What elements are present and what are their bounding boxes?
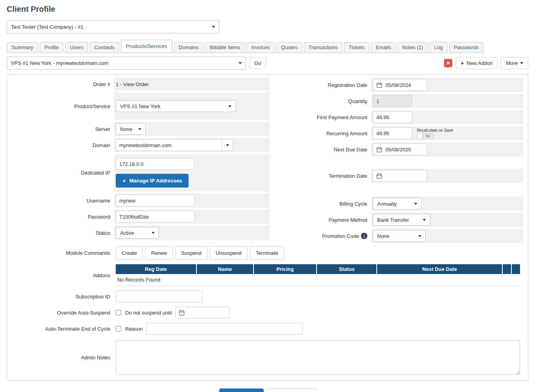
tab-tickets[interactable]: Tickets [344,42,370,53]
client-profile-page: Client Profile Test Tester (Test Company… [0,0,535,392]
next-due-date-label: Next Due Date [270,142,371,156]
go-button[interactable]: Go [249,57,266,69]
client-select[interactable]: Test Tester (Test Company) - #1 [7,20,219,33]
status-field: Active [114,226,270,240]
delete-service-icon[interactable]: ✕ [444,59,452,67]
addons-header-next-due-date[interactable]: Next Due Date [377,264,502,274]
order-value-link[interactable]: 1 - View Order [116,81,149,87]
recurring-amount-label: Recurring Amount [270,126,371,140]
tab-quotes[interactable]: Quotes [276,42,302,53]
addons-table-header: Reg Date Name Pricing Status Next Due Da… [116,264,520,274]
dedicated-ip-input[interactable] [116,158,194,170]
manage-ip-addresses-button[interactable]: + Manage IP Addresses [116,174,189,188]
username-row: Username [12,193,270,208]
first-payment-amount-row: First Payment Amount [270,110,523,124]
status-select[interactable]: Active [116,227,159,239]
suspend-until-date-input[interactable] [175,307,230,318]
tab-billable-items[interactable]: Billable Items [205,42,245,53]
username-input[interactable] [116,195,194,206]
tab-invoices[interactable]: Invoices [246,42,275,53]
module-suspend-button[interactable]: Suspend [176,246,207,260]
module-renew-button[interactable]: Renew [145,246,173,260]
more-button[interactable]: More [501,57,528,69]
registration-date-label: Registration Date [270,78,371,92]
dedicated-ip-row: Dedicated IP + Manage IP Addresses [12,154,270,191]
promotion-code-select[interactable]: None [373,230,426,242]
cancel-changes-button[interactable]: Cancel Changes [267,388,316,392]
tab-products-services[interactable]: Products/Services [121,40,172,53]
first-payment-amount-input[interactable] [373,111,412,123]
save-changes-button[interactable]: Save Changes [219,388,264,392]
addons-header-reg-date[interactable]: Reg Date [116,264,196,274]
recurring-amount-input[interactable] [373,127,412,139]
tab-passwords[interactable]: Passwords [449,42,484,53]
auto-terminate-checkbox[interactable] [116,326,121,331]
recurring-amount-field: Recalculate on Save No [371,126,523,140]
next-due-date-input[interactable]: 05/08/2025 [373,144,427,155]
addons-header-status[interactable]: Status [317,264,376,274]
server-select[interactable]: None [116,123,146,135]
tab-log[interactable]: Log [429,42,448,53]
server-row: Server None [12,122,270,136]
product-service-select[interactable]: VPS #1 New York [116,100,236,112]
form-actions: Save Changes Cancel Changes [7,381,528,392]
termination-date-label: Termination Date [270,169,371,183]
product-service-field: VPS #1 New York [114,92,270,120]
status-label: Status [12,226,114,240]
addons-table: Reg Date Name Pricing Status Next Due Da… [116,264,520,286]
plus-icon: + [122,178,126,184]
new-addon-button[interactable]: + New Addon [455,57,498,69]
addons-header-action-col [503,264,511,274]
module-terminate-button[interactable]: Terminate [250,246,284,260]
tab-contacts[interactable]: Contacts [89,42,119,53]
registration-date-row: Registration Date 05/08/2024 [270,78,523,92]
auto-terminate-reason-label: Reason [125,326,143,332]
calendar-icon [376,173,382,179]
addons-header-name[interactable]: Name [197,264,253,274]
billing-cycle-select[interactable]: Annually [373,198,422,210]
promotion-code-value: None [377,233,389,239]
chevron-down-icon [414,203,417,205]
registration-date-input[interactable]: 05/08/2024 [373,79,427,91]
module-unsuspend-button[interactable]: Unsuspend [210,246,248,260]
tab-emails[interactable]: Emails [371,42,396,53]
domain-dropdown-button[interactable] [222,139,233,151]
termination-date-input[interactable] [373,170,427,182]
promotion-code-field: None [371,229,523,243]
module-create-button[interactable]: Create [116,246,143,260]
payment-method-value: Bank Transfer [377,217,409,223]
chevron-down-icon [520,62,523,64]
auto-terminate-reason-input[interactable] [146,323,303,335]
tab-profile[interactable]: Profile [40,42,64,53]
do-not-suspend-checkbox[interactable] [116,310,121,315]
password-field [114,210,270,224]
info-icon[interactable]: i [361,233,367,239]
tab-summary[interactable]: Summary [7,42,38,53]
tab-domains[interactable]: Domains [174,42,204,53]
order-field: 1 - View Order [114,78,270,90]
addons-field: Reg Date Name Pricing Status Next Due Da… [114,263,523,287]
status-row: Status Active [12,226,270,240]
promotion-code-label-text: Promotion Code [322,233,359,239]
tab-users[interactable]: Users [65,42,88,53]
admin-notes-textarea[interactable] [116,340,520,375]
auto-terminate-row: Auto-Terminate End of Cycle Reason [12,322,523,336]
domain-input[interactable] [116,139,222,151]
addons-row: Addons Reg Date Name Pricing Status Next… [12,263,523,287]
quantity-input[interactable] [373,95,412,107]
password-input[interactable] [116,211,194,223]
subscription-id-input[interactable] [116,291,202,302]
order-label: Order # [12,78,114,90]
tab-notes[interactable]: Notes (1) [397,42,428,53]
recalculate-on-save: Recalculate on Save No [417,128,453,139]
tab-transactions[interactable]: Transactions [304,42,342,53]
addons-header-pricing[interactable]: Pricing [254,264,316,274]
payment-method-select[interactable]: Bank Transfer [373,214,430,226]
recalculate-toggle[interactable]: No [417,133,433,139]
service-select[interactable]: VPS #1 New York - mynewtestdomain.com [7,57,246,70]
calendar-icon [376,147,382,153]
details-left-column: Order # 1 - View Order Product/Service V… [12,78,270,242]
admin-notes-field [114,339,523,376]
addons-empty-message: No Records Found [116,274,520,286]
chevron-down-icon [226,144,229,146]
